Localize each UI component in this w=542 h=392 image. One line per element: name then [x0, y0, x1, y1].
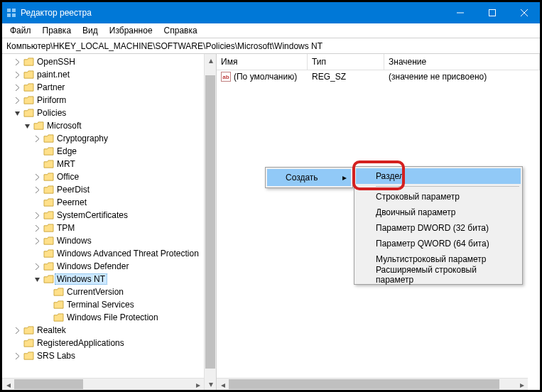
- list-pane[interactable]: Имя Тип Значение ab(По умолчанию) REG_SZ…: [217, 54, 540, 390]
- scroll-up-icon[interactable]: ▴: [205, 54, 217, 66]
- ctxmenu-dword[interactable]: Параметр DWORD (32 бита): [356, 220, 521, 236]
- chevron-right-icon: ▸: [342, 173, 347, 183]
- scroll-right-icon[interactable]: ▸: [192, 379, 204, 390]
- tree-item-piriform[interactable]: Piriform: [2, 94, 216, 107]
- list-row[interactable]: ab(По умолчанию) REG_SZ (значение не при…: [217, 70, 540, 83]
- list-header: Имя Тип Значение: [217, 54, 540, 70]
- tree-scrollbar-v[interactable]: ▴▾: [204, 54, 216, 390]
- tree-item-peerdist[interactable]: PeerDist: [2, 183, 216, 196]
- tree-item-realtek[interactable]: Realtek: [2, 324, 216, 337]
- menu-view[interactable]: Вид: [77, 24, 103, 37]
- ctxmenu-qword[interactable]: Параметр QWORD (64 бита): [356, 236, 521, 251]
- chevron-right-icon: [12, 59, 22, 65]
- tree-item-crypto[interactable]: Cryptography: [2, 132, 216, 145]
- svg-rect-1: [12, 9, 16, 12]
- folder-icon: [52, 288, 65, 297]
- separator: [376, 186, 519, 187]
- scrollbar-thumb[interactable]: [229, 379, 499, 389]
- col-value[interactable]: Значение: [384, 54, 540, 70]
- folder-icon: [42, 185, 55, 195]
- tree-item-openssh[interactable]: OpenSSH: [2, 55, 216, 68]
- list-scrollbar-h[interactable]: ◂▸: [217, 378, 528, 390]
- folder-icon: [22, 58, 35, 67]
- window-buttons: [444, 2, 540, 23]
- cell-name: (По умолчанию): [234, 72, 297, 82]
- chevron-right-icon: [32, 174, 42, 180]
- folder-icon: [42, 224, 55, 233]
- folder-icon: [52, 313, 65, 322]
- folder-icon: [22, 326, 35, 335]
- svg-rect-2: [7, 13, 11, 17]
- tree-item-watp[interactable]: Windows Advanced Threat Protection: [2, 247, 216, 260]
- menu-file[interactable]: Файл: [5, 24, 36, 37]
- chevron-right-icon: [12, 85, 22, 91]
- address-text: Компьютер\HKEY_LOCAL_MACHINE\SOFTWARE\Po…: [6, 41, 323, 51]
- tree-item-edge[interactable]: Edge: [2, 145, 216, 158]
- tree-item-microsoft[interactable]: Microsoft: [2, 119, 216, 132]
- folder-icon: [42, 147, 55, 156]
- chevron-down-icon: [32, 276, 42, 283]
- cell-value: (значение не присвоено): [384, 72, 540, 82]
- folder-icon: [42, 211, 55, 220]
- folder-icon: [42, 134, 55, 143]
- ctxmenu-string[interactable]: Строковый параметр: [356, 189, 521, 205]
- menu-favorites[interactable]: Избранное: [104, 24, 158, 37]
- tree-item-windows-nt[interactable]: Windows NT: [2, 273, 216, 285]
- ctxmenu-create[interactable]: Создать▸: [267, 169, 351, 186]
- tree-item-curver[interactable]: CurrentVersion: [2, 285, 216, 298]
- window-title: Редактор реестра: [21, 8, 444, 18]
- tree-item-mrt[interactable]: MRT: [2, 158, 216, 170]
- folder-icon: [22, 83, 35, 92]
- close-button[interactable]: [508, 2, 540, 23]
- tree-item-termserv[interactable]: Terminal Services: [2, 298, 216, 311]
- string-value-icon: ab: [221, 72, 231, 82]
- app-icon: [2, 8, 21, 18]
- tree-item-office[interactable]: Office: [2, 170, 216, 183]
- minimize-button[interactable]: [444, 2, 476, 23]
- svg-rect-3: [12, 13, 16, 17]
- tree-item-tpm[interactable]: TPM: [2, 222, 216, 234]
- tree-item-paint[interactable]: paint.net: [2, 68, 216, 81]
- scrollbar-thumb[interactable]: [14, 379, 83, 389]
- scroll-left-icon[interactable]: ◂: [2, 379, 14, 390]
- tree-item-peernet[interactable]: Peernet: [2, 196, 216, 209]
- maximize-button[interactable]: [476, 2, 508, 23]
- folder-icon: [42, 198, 55, 207]
- scroll-right-icon[interactable]: ▸: [516, 379, 528, 391]
- folder-icon: [42, 249, 55, 258]
- folder-icon: [52, 300, 65, 310]
- tree-item-wfp[interactable]: Windows File Protection: [2, 311, 216, 324]
- scrollbar-thumb[interactable]: [205, 75, 215, 369]
- menubar: Файл Правка Вид Избранное Справка: [2, 23, 540, 38]
- context-menu: Создать▸: [265, 167, 353, 188]
- folder-icon: [22, 109, 35, 118]
- tree-pane[interactable]: OpenSSH paint.net Partner Piriform Polic…: [2, 54, 217, 390]
- chevron-right-icon: [12, 327, 22, 334]
- ctxmenu-expandstring[interactable]: Расширяемый строковый параметр: [356, 267, 521, 283]
- tree-item-policies[interactable]: Policies: [2, 107, 216, 119]
- folder-icon: [42, 173, 55, 182]
- window: Редактор реестра Файл Правка Вид Избранн…: [0, 0, 542, 392]
- tree-item-windows[interactable]: Windows: [2, 234, 216, 247]
- menu-help[interactable]: Справка: [159, 24, 202, 37]
- col-name[interactable]: Имя: [217, 54, 308, 70]
- col-type[interactable]: Тип: [308, 54, 384, 70]
- ctxmenu-key[interactable]: Раздел: [356, 168, 521, 184]
- folder-icon: [22, 352, 35, 361]
- chevron-right-icon: [32, 263, 42, 270]
- address-bar[interactable]: Компьютер\HKEY_LOCAL_MACHINE\SOFTWARE\Po…: [2, 38, 540, 54]
- scroll-left-icon[interactable]: ◂: [217, 379, 229, 391]
- folder-icon: [22, 96, 35, 105]
- folder-icon: [42, 275, 55, 284]
- ctxmenu-binary[interactable]: Двоичный параметр: [356, 205, 521, 220]
- scroll-down-icon[interactable]: ▾: [205, 378, 217, 390]
- tree-item-regapps[interactable]: RegisteredApplications: [2, 337, 216, 349]
- folder-icon: [22, 339, 35, 348]
- tree-scrollbar-h[interactable]: ◂▸: [2, 378, 204, 390]
- tree-item-wdef[interactable]: Windows Defender: [2, 260, 216, 273]
- menu-edit[interactable]: Правка: [38, 24, 77, 37]
- tree-item-srslabs[interactable]: SRS Labs: [2, 349, 216, 362]
- list-rows: ab(По умолчанию) REG_SZ (значение не при…: [217, 70, 540, 390]
- tree-item-partner[interactable]: Partner: [2, 81, 216, 94]
- tree-item-syscert[interactable]: SystemCertificates: [2, 209, 216, 222]
